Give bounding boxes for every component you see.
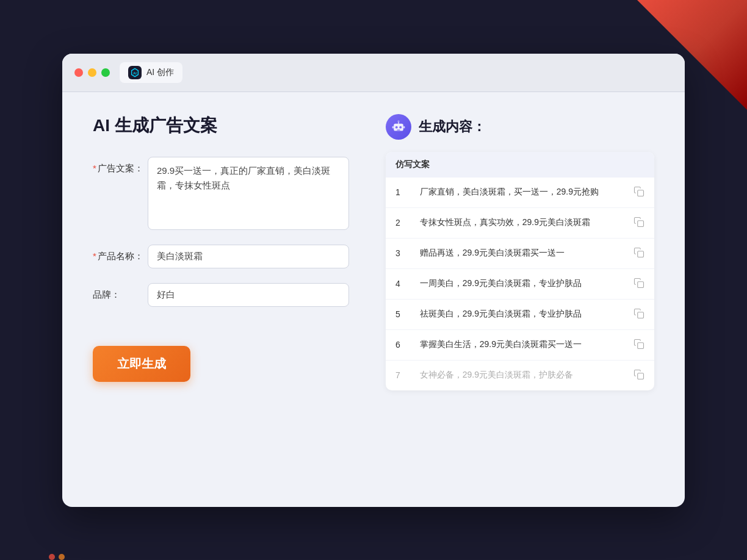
svg-rect-14 <box>638 312 644 318</box>
table-header: 仿写文案 <box>386 152 654 178</box>
svg-rect-15 <box>638 342 644 348</box>
required-star: * <box>93 251 96 261</box>
title-bar: AI AI 创作 <box>62 54 685 92</box>
left-panel: AI 生成广告文案 *广告文案： *产品名称： 品牌： 立 <box>93 114 349 485</box>
robot-icon <box>386 114 411 140</box>
result-text: 掌握美白生活，29.9元美白淡斑霜买一送一 <box>410 329 622 360</box>
row-number: 3 <box>386 238 410 268</box>
copy-button[interactable] <box>622 178 654 208</box>
result-text: 一周美白，29.9元美白淡斑霜，专业护肤品 <box>410 268 622 299</box>
ai-tab-icon: AI <box>128 66 142 79</box>
bg-decoration-bottom-left <box>49 554 65 560</box>
svg-rect-11 <box>638 220 644 226</box>
copy-button[interactable] <box>622 360 654 390</box>
table-row: 1 厂家直销，美白淡斑霜，买一送一，29.9元抢购 <box>386 178 654 208</box>
brand-input[interactable] <box>148 283 349 307</box>
required-star: * <box>93 163 96 173</box>
ad-copy-group: *广告文案： <box>93 157 349 230</box>
copy-button[interactable] <box>622 329 654 360</box>
row-number: 5 <box>386 299 410 329</box>
product-name-group: *产品名称： <box>93 245 349 268</box>
table-row: 2 专抹女性斑点，真实功效，29.9元美白淡斑霜 <box>386 207 654 238</box>
svg-point-3 <box>395 126 398 128</box>
svg-rect-10 <box>638 190 644 196</box>
table-row: 5 祛斑美白，29.9元美白淡斑霜，专业护肤品 <box>386 299 654 329</box>
copy-button[interactable] <box>622 299 654 329</box>
window-controls <box>74 68 110 77</box>
row-number: 4 <box>386 268 410 299</box>
svg-rect-8 <box>392 126 394 128</box>
product-name-label: *产品名称： <box>93 245 148 262</box>
close-window-button[interactable] <box>74 68 83 77</box>
maximize-window-button[interactable] <box>101 68 110 77</box>
svg-text:AI: AI <box>133 71 137 74</box>
table-row: 3 赠品再送，29.9元美白淡斑霜买一送一 <box>386 238 654 268</box>
row-number: 2 <box>386 207 410 238</box>
result-text: 祛斑美白，29.9元美白淡斑霜，专业护肤品 <box>410 299 622 329</box>
browser-tab[interactable]: AI AI 创作 <box>120 62 182 83</box>
copy-button[interactable] <box>622 238 654 268</box>
copy-button[interactable] <box>622 207 654 238</box>
svg-rect-13 <box>638 281 644 287</box>
svg-rect-12 <box>638 251 644 257</box>
svg-rect-5 <box>397 129 400 130</box>
product-name-input[interactable] <box>148 245 349 268</box>
right-title: 生成内容： <box>419 118 486 136</box>
table-row: 6 掌握美白生活，29.9元美白淡斑霜买一送一 <box>386 329 654 360</box>
result-text: 专抹女性斑点，真实功效，29.9元美白淡斑霜 <box>410 207 622 238</box>
page-title: AI 生成广告文案 <box>93 114 349 137</box>
right-panel: 生成内容： 仿写文案 1 厂家直销，美白淡斑霜，买一送一，29.9元抢购 2 <box>386 114 654 485</box>
brand-label: 品牌： <box>93 283 148 301</box>
results-table: 仿写文案 1 厂家直销，美白淡斑霜，买一送一，29.9元抢购 2 专抹女性斑点，… <box>386 152 654 390</box>
right-header: 生成内容： <box>386 114 654 140</box>
ad-copy-input[interactable] <box>148 157 349 230</box>
result-text: 厂家直销，美白淡斑霜，买一送一，29.9元抢购 <box>410 178 622 208</box>
svg-point-7 <box>397 120 399 122</box>
copy-button[interactable] <box>622 268 654 299</box>
table-row: 7 女神必备，29.9元美白淡斑霜，护肤必备 <box>386 360 654 390</box>
brand-group: 品牌： <box>93 283 349 307</box>
table-row: 4 一周美白，29.9元美白淡斑霜，专业护肤品 <box>386 268 654 299</box>
row-number: 7 <box>386 360 410 390</box>
generate-button[interactable]: 立即生成 <box>93 346 190 382</box>
main-content: AI 生成广告文案 *广告文案： *产品名称： 品牌： 立 <box>62 92 685 507</box>
svg-point-4 <box>399 126 402 128</box>
svg-rect-16 <box>638 373 644 379</box>
row-number: 6 <box>386 329 410 360</box>
tab-label: AI 创作 <box>146 67 174 78</box>
row-number: 1 <box>386 178 410 208</box>
minimize-window-button[interactable] <box>88 68 96 77</box>
ad-copy-label: *广告文案： <box>93 157 148 174</box>
result-text: 女神必备，29.9元美白淡斑霜，护肤必备 <box>410 360 622 390</box>
browser-window: AI AI 创作 AI 生成广告文案 *广告文案： *产品名称： <box>62 54 685 507</box>
svg-rect-9 <box>403 126 405 128</box>
result-text: 赠品再送，29.9元美白淡斑霜买一送一 <box>410 238 622 268</box>
dot-decoration <box>49 554 55 560</box>
dot-decoration <box>59 554 65 560</box>
